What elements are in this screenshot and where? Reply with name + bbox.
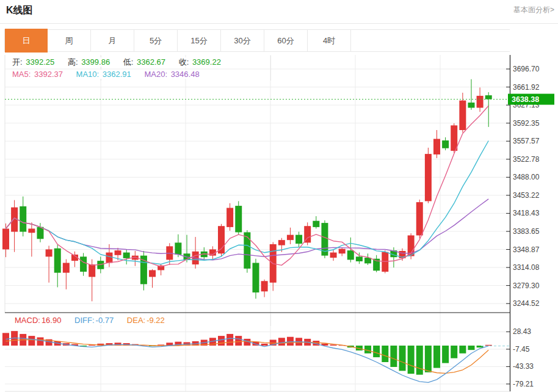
svg-text:3638.38: 3638.38	[512, 95, 539, 104]
svg-text:3488.00: 3488.00	[513, 173, 540, 181]
svg-text:3522.78: 3522.78	[513, 155, 540, 164]
chart-area[interactable]: 3696.703661.923627.133592.353557.573522.…	[0, 55, 558, 392]
tab-60min[interactable]: 60分	[264, 30, 308, 51]
macd-label: MACD:	[14, 316, 41, 325]
ma20-value: 3346.48	[170, 70, 200, 79]
high-value: 3399.86	[81, 57, 111, 67]
low-label: 低:	[123, 57, 134, 67]
macd-value: 16.90	[41, 316, 62, 325]
svg-text:3592.35: 3592.35	[513, 119, 540, 128]
macd-legend: MACD:16.90 DIFF:-0.77 DEA:-9.22	[13, 315, 175, 326]
tab-30min[interactable]: 30分	[221, 30, 264, 51]
kline-page: { "header": { "title": "K线图", "link": "基…	[0, 0, 558, 392]
ma20-label: MA20:	[143, 70, 168, 79]
tab-15min[interactable]: 15分	[178, 30, 221, 51]
fundamental-analysis-link[interactable]: 基本面分析>	[513, 5, 554, 15]
svg-text:-43.33: -43.33	[513, 362, 534, 371]
svg-text:3557.57: 3557.57	[513, 137, 540, 145]
svg-text:3696.70: 3696.70	[513, 65, 540, 73]
close-value: 3369.22	[192, 57, 222, 67]
legend-divider	[270, 56, 271, 81]
open-value: 3392.25	[25, 57, 55, 67]
close-label: 收:	[178, 57, 190, 67]
svg-text:3244.52: 3244.52	[513, 299, 540, 308]
low-value: 3362.67	[136, 57, 166, 67]
diff-label: DIFF:	[74, 316, 95, 325]
ma10-label: MA10:	[76, 70, 100, 79]
svg-text:28.43: 28.43	[513, 327, 531, 336]
svg-text:-7.45: -7.45	[513, 345, 530, 354]
tab-month[interactable]: 月	[91, 30, 134, 51]
dea-label: DEA:	[126, 316, 146, 325]
svg-text:3348.87: 3348.87	[513, 245, 540, 254]
ma5-value: 3392.37	[34, 70, 63, 79]
svg-text:3418.43: 3418.43	[513, 209, 540, 217]
open-label: 开:	[12, 57, 23, 67]
ma-legend: MA5: 3392.37 MA10: 3362.91 MA20: 3346.48	[11, 69, 209, 80]
high-label: 高:	[67, 57, 79, 67]
tab-day[interactable]: 日	[5, 29, 48, 53]
diff-value: -0.77	[95, 316, 115, 325]
tab-4hour[interactable]: 4时	[308, 30, 351, 51]
legend-divider	[270, 314, 271, 326]
chart-canvas[interactable]: 3696.703661.923627.133592.353557.573522.…	[0, 55, 558, 392]
ma10-value: 3362.91	[102, 70, 132, 79]
period-tabbar: 日 周 月 5分 15分 30分 60分 4时	[4, 29, 510, 52]
svg-text:3383.65: 3383.65	[513, 227, 540, 236]
dea-value: -9.22	[146, 316, 165, 325]
svg-text:-79.21: -79.21	[513, 380, 534, 388]
svg-text:3279.30: 3279.30	[513, 281, 540, 290]
svg-text:3661.92: 3661.92	[513, 83, 540, 92]
page-title: K线图	[6, 4, 33, 17]
tab-week[interactable]: 周	[48, 30, 91, 51]
title-separator	[0, 23, 558, 24]
svg-text:3453.22: 3453.22	[513, 191, 540, 200]
svg-text:3314.08: 3314.08	[513, 263, 540, 272]
tab-5min[interactable]: 5分	[134, 30, 178, 51]
ma5-label: MA5:	[12, 70, 31, 79]
ohlc-legend: 开: 3392.25 高: 3399.86 低: 3362.67 收: 3369…	[11, 57, 231, 68]
